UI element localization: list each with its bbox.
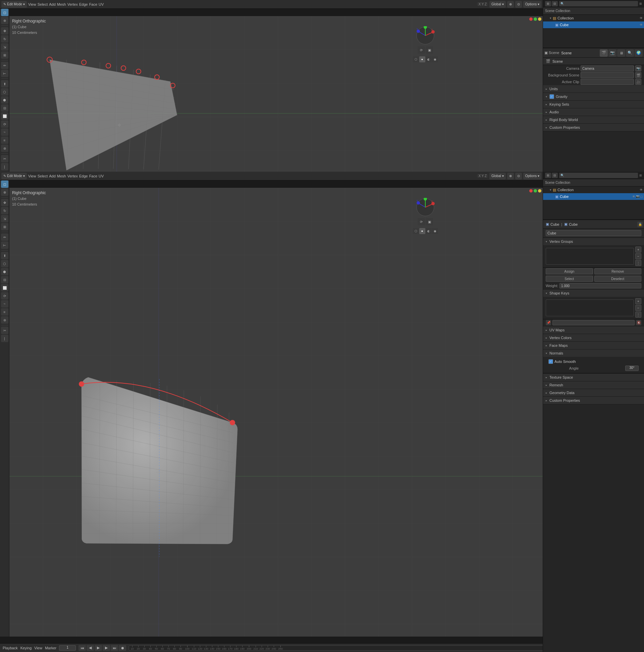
bg-scene-field[interactable] [581,72,634,78]
prev-frame-btn[interactable]: ◀ [86,645,94,651]
lock-icon[interactable]: 🔒 [637,222,643,227]
bisect-btn-b[interactable]: ∣ [1,335,8,342]
shape-keys-header[interactable]: ▾ Shape Keys [543,290,644,297]
auto-smooth-checkbox[interactable]: ✓ [548,359,553,364]
material-btn-bottom[interactable]: ◐ [426,228,432,234]
inset-btn-b[interactable]: ⬡ [1,260,8,267]
gravity-header[interactable]: ▾ ✓ Gravity [543,93,644,100]
move-btn[interactable]: ✥ [1,27,8,34]
sk-pin-btn[interactable]: 📌 [546,320,551,325]
extrude-btn-b[interactable]: ⬆ [1,252,8,259]
transform-dropdown[interactable]: Global ▾ [489,1,506,8]
knife-btn[interactable]: ✂ [1,155,8,162]
prop-icon-scene[interactable]: 🎬 [600,49,608,57]
smooth-btn[interactable]: ~ [1,129,8,136]
annotate-btn-b[interactable]: ✏ [1,234,8,241]
rpanel-filter-bottom[interactable]: ⊞ [639,174,642,177]
viewport-menu-edge-b[interactable]: Edge [79,174,88,178]
prop-icon-output[interactable]: 🖥 [617,49,625,57]
outliner-item-cube-bottom[interactable]: ▣ Cube 👁 📷 ◻ [543,193,644,200]
viewport-menu-add[interactable]: Add [49,2,56,6]
axis-sphere-top[interactable]: X Y Z [416,26,435,45]
loop-cut-btn-b[interactable]: ⊟ [1,276,8,283]
shape-key-add-btn[interactable]: + [635,298,641,304]
sk-value-field[interactable] [553,320,635,325]
viewport-menu-uv[interactable]: UV [99,2,104,6]
mesh-name-field[interactable]: Cube [546,230,641,236]
view-label-timeline[interactable]: View [34,646,42,650]
viewport-menu-mesh[interactable]: Mesh [57,2,66,6]
shape-keys-list[interactable] [546,299,634,316]
viewport-menu-face[interactable]: Face [89,2,97,6]
weight-field[interactable]: 1.000 [560,283,641,289]
shrink-btn-b[interactable]: ⊛ [1,316,8,324]
snap-btn-b[interactable]: ⊕ [507,173,514,180]
mode-selector-top[interactable]: ✎ Edit Mode ▾ [1,1,27,8]
playback-label[interactable]: Playback [3,646,18,650]
jump-end-btn[interactable]: ⏭ [111,645,118,651]
cursor-btn[interactable]: ⊕ [1,17,8,24]
proportional-btn[interactable]: ⊙ [515,1,522,8]
deselect-vg-btn[interactable]: Deselect [594,276,642,282]
rpanel-icon-2-top[interactable]: ⊟ [552,1,558,6]
prop-icon-render[interactable]: 📷 [609,49,617,57]
next-frame-btn[interactable]: ▶ [103,645,110,651]
smooth-btn-b[interactable]: ~ [1,300,8,307]
keying-label[interactable]: Keying [21,646,32,650]
render-btn-bottom[interactable]: ◉ [432,228,438,234]
vertex-groups-header[interactable]: ▾ Vertex Groups [543,238,644,245]
viewport-menu-view-b[interactable]: View [28,174,36,178]
current-frame-input[interactable]: 1 [59,645,76,651]
rigid-body-header-top[interactable]: ▸ Rigid Body World [543,116,644,124]
poly-build-btn-b[interactable]: ⬜ [1,284,8,292]
texture-space-header[interactable]: ▸ Texture Space [543,374,644,381]
viewport-menu-add-b[interactable]: Add [49,174,56,178]
loop-cut-btn[interactable]: ⊟ [1,104,8,112]
face-maps-header[interactable]: ▸ Face Maps [543,342,644,349]
viewport-menu-face-b[interactable]: Face [89,174,97,178]
cursor-btn-b[interactable]: ⊕ [1,189,8,196]
record-btn[interactable]: ⏺ [119,645,126,651]
perspective-btn-bottom[interactable]: ⟳ [418,218,425,225]
active-clip-field[interactable] [581,79,634,85]
material-btn-top[interactable]: ◐ [426,56,432,62]
assign-btn[interactable]: Assign [546,268,593,274]
spin-btn-b[interactable]: ⟳ [1,292,8,299]
outliner-item-collection-bottom[interactable]: ▾ ▤ Collection 👁 [543,187,644,193]
bevel-btn[interactable]: ⬢ [1,96,8,104]
wireframe-btn-top[interactable]: ⬡ [413,56,419,62]
uv-maps-header[interactable]: ▸ UV Maps [543,326,644,334]
marker-label[interactable]: Marker [45,646,56,650]
timeline-ruler[interactable]: 10 20 30 40 [129,645,588,651]
transform-btn-b[interactable]: ⊞ [1,223,8,230]
poly-build-btn[interactable]: ⬜ [1,112,8,120]
local-view-btn-bottom[interactable]: ▣ [426,218,433,225]
angle-input[interactable]: 30° [625,365,639,371]
bevel-btn-b[interactable]: ⬢ [1,268,8,275]
edge-slide-btn-b[interactable]: ≡ [1,308,8,316]
active-clip-pick-btn[interactable]: 🎥 [635,79,641,85]
bisect-btn[interactable]: ∣ [1,163,8,170]
options-btn-top[interactable]: Options ▾ [523,1,541,8]
prop-icon-view[interactable]: 🔍 [626,49,634,57]
snap-btn[interactable]: ⊕ [507,1,514,8]
knife-btn-b[interactable]: ✂ [1,327,8,334]
spin-btn[interactable]: ⟳ [1,120,8,128]
sk-mute-btn[interactable]: 🔇 [636,320,641,325]
keying-sets-header[interactable]: ▸ Keying Sets [543,101,644,108]
viewport-top[interactable]: Right Orthographic (1) Cube 10 Centimete… [9,16,543,172]
viewport-menu-edge[interactable]: Edge [79,2,88,6]
remesh-header[interactable]: ▸ Remesh [543,381,644,389]
outliner-item-cube-top[interactable]: ▣ Cube 👁 [543,22,644,28]
inset-btn[interactable]: ⬡ [1,88,8,96]
prop-icon-world[interactable]: 🌍 [635,49,643,57]
rpanel-icon-1-top[interactable]: ⊞ [545,1,551,6]
vertex-colors-header[interactable]: ▸ Vertex Colors [543,334,644,342]
select-tool-btn-b[interactable]: ◻ [1,181,8,188]
rpanel-filter-top[interactable]: ⊞ [639,2,642,5]
shrink-btn[interactable]: ⊛ [1,144,8,152]
jump-start-btn[interactable]: ⏮ [79,645,86,651]
viewport-menu-select-b[interactable]: Select [37,174,48,178]
rpanel-search-bottom[interactable]: 🔍 [559,173,638,178]
audio-header[interactable]: ▸ Audio [543,108,644,116]
